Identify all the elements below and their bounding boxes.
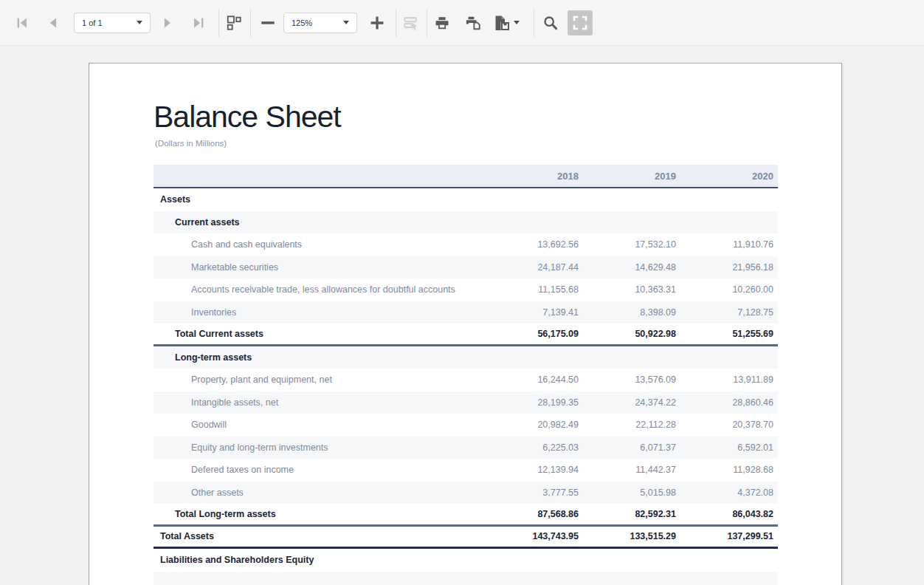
table-row: Long-term assets xyxy=(154,346,778,369)
multipage-view-icon xyxy=(226,15,242,31)
zoom-selector-dropdown[interactable]: 125% xyxy=(283,13,357,33)
row-label: Current assets xyxy=(154,217,486,228)
full-screen-button[interactable] xyxy=(568,10,593,35)
table-row: Other assets 3,777.55 5,015.98 4,372.08 xyxy=(154,482,778,504)
table-total-row: Total Current assets 56,175.09 50,922.98… xyxy=(154,324,778,346)
row-value: 8,398.09 xyxy=(583,307,680,318)
zoom-in-button[interactable] xyxy=(367,10,387,35)
table-header-row: 2018 2019 2020 xyxy=(154,165,778,188)
column-header-2018: 2018 xyxy=(486,171,583,182)
table-row: Marketable securities 24,187.44 14,629.4… xyxy=(154,256,778,279)
row-value: 13,692.56 xyxy=(486,239,583,250)
report-viewer-toolbar: 1 of 1 125% xyxy=(0,0,924,46)
chevron-down-icon xyxy=(137,21,142,24)
row-value: 12,139.94 xyxy=(486,465,583,475)
zoom-out-button[interactable] xyxy=(258,10,278,35)
toolbar-separator xyxy=(396,9,396,37)
row-value: 10,260.00 xyxy=(680,284,778,295)
row-label: Accounts receivable trade, less allowanc… xyxy=(154,284,486,295)
row-label: Liabilities and Shareholders Equity xyxy=(154,555,486,565)
print-page-button[interactable] xyxy=(463,10,483,35)
row-label: Long-term assets xyxy=(154,352,486,363)
row-value: 24,187.44 xyxy=(486,262,583,273)
row-label: Defered taxes on income xyxy=(154,465,486,475)
toolbar-separator xyxy=(218,9,219,37)
search-button[interactable] xyxy=(540,10,561,35)
report-page: Balance Sheet (Dollars in Millions) 2018… xyxy=(89,63,842,585)
column-header-2020: 2020 xyxy=(680,171,778,182)
last-page-icon xyxy=(190,15,207,31)
row-value: 4,372.08 xyxy=(680,488,778,498)
row-value: 22,112.28 xyxy=(583,420,680,430)
toolbar-separator xyxy=(250,9,251,37)
row-value: 133,515.29 xyxy=(583,531,680,541)
row-value: 11,910.76 xyxy=(680,239,778,250)
full-screen-icon xyxy=(571,14,589,32)
table-row: Inventories 7,139.41 8,398.09 7,128.75 xyxy=(154,301,778,324)
table-row: Equity and long-term investments 6,225.0… xyxy=(154,437,778,459)
row-value: 6,071.37 xyxy=(583,442,680,453)
row-value: 11,442.37 xyxy=(583,465,680,475)
table-row: Goodwill 20,982.49 22,112.28 20,378.70 xyxy=(154,414,778,437)
export-dropdown-button[interactable] xyxy=(492,14,520,32)
table-row: Current assets xyxy=(154,211,778,234)
first-page-button[interactable] xyxy=(12,10,32,35)
row-value: 56,175.09 xyxy=(486,329,583,339)
row-value: 7,139.41 xyxy=(486,307,583,318)
row-value: 20,982.49 xyxy=(486,420,583,430)
row-value: 13,576.09 xyxy=(583,374,680,385)
row-label: Cash and cash equivalents xyxy=(154,239,486,250)
row-value: 87,568.86 xyxy=(486,509,583,519)
last-page-button[interactable] xyxy=(188,10,209,35)
row-value: 17,532.10 xyxy=(583,239,680,250)
document-preview-area[interactable]: Balance Sheet (Dollars in Millions) 2018… xyxy=(0,47,924,585)
next-page-icon xyxy=(159,15,176,31)
row-value: 11,928.68 xyxy=(680,465,778,475)
row-label: Marketable securities xyxy=(154,262,486,273)
table-row: Assets xyxy=(154,188,778,211)
previous-page-icon xyxy=(45,15,61,31)
zoom-out-icon xyxy=(260,15,276,31)
search-icon xyxy=(542,15,559,31)
page-selector-dropdown[interactable]: 1 of 1 xyxy=(74,13,151,33)
toolbar-separator xyxy=(427,9,427,37)
row-label: Total Current assets xyxy=(154,329,486,339)
table-row: Liabilities and Shareholders Equity xyxy=(154,549,778,572)
row-value: 28,860.46 xyxy=(680,397,778,408)
row-value: 51,255.69 xyxy=(680,329,778,339)
export-icon xyxy=(492,14,510,32)
row-value: 6,592.01 xyxy=(680,442,778,453)
row-value: 3,777.55 xyxy=(486,488,583,498)
previous-page-button[interactable] xyxy=(43,10,63,35)
row-value: 86,043.82 xyxy=(680,509,778,519)
table-total-row: Total Long-term assets 87,568.86 82,592.… xyxy=(154,504,778,527)
row-label: Property, plant and equipment, net xyxy=(154,374,486,385)
row-value: 14,629.48 xyxy=(583,262,680,273)
row-label: Total Assets xyxy=(154,531,486,541)
balance-sheet-table: 2018 2019 2020 Assets Current assets Cas… xyxy=(154,165,778,585)
chevron-down-icon xyxy=(514,21,520,24)
print-button[interactable] xyxy=(432,10,452,35)
table-row: Property, plant and equipment, net 16,24… xyxy=(154,369,778,391)
print-page-icon xyxy=(465,15,481,31)
row-value: 7,128.75 xyxy=(680,307,778,318)
row-label: Equity and long-term investments xyxy=(154,442,486,453)
row-value: 13,911.89 xyxy=(680,374,778,385)
highlight-editing-fields-button[interactable] xyxy=(401,10,421,35)
multipage-view-button[interactable] xyxy=(224,10,244,35)
table-row: Intangible assets, net 28,199.35 24,374.… xyxy=(154,391,778,414)
page-selector-value: 1 of 1 xyxy=(82,18,103,27)
row-label: Other assets xyxy=(154,488,486,498)
table-row: Defered taxes on income 12,139.94 11,442… xyxy=(154,459,778,482)
row-value: 143,743.95 xyxy=(486,531,583,541)
row-value: 137,299.51 xyxy=(680,531,778,541)
next-page-button[interactable] xyxy=(157,10,178,35)
row-value: 82,592.31 xyxy=(583,509,680,519)
zoom-selector-value: 125% xyxy=(292,18,312,27)
row-value: 10,363.31 xyxy=(583,284,680,295)
report-subtitle: (Dollars in Millions) xyxy=(155,139,227,148)
zoom-in-icon xyxy=(369,15,385,31)
row-label: Assets xyxy=(154,194,486,205)
row-value: 28,199.35 xyxy=(486,397,583,408)
toolbar-separator xyxy=(534,9,534,37)
